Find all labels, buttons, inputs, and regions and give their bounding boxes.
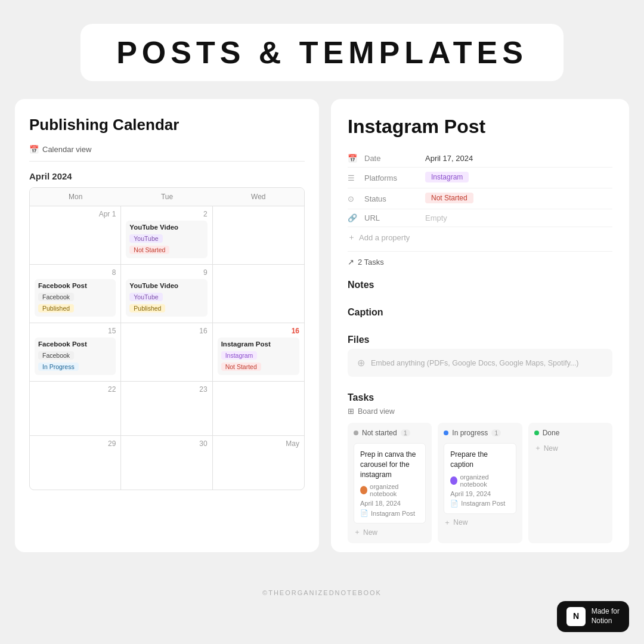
status-tag: Not Started [221, 363, 261, 371]
done-dot [534, 431, 539, 435]
day-tue: Tue [121, 188, 212, 206]
ig-post-title: Instagram Post [348, 116, 612, 138]
status-value: Not Started [425, 193, 473, 203]
card-title: Prepare the caption [450, 450, 509, 470]
list-item[interactable]: Instagram Post Instagram Not Started [218, 338, 299, 375]
files-heading: Files [348, 327, 612, 349]
cal-date: 22 [35, 385, 116, 394]
board-view-label: ⊞ Board view [348, 407, 612, 416]
calendar-week-3: 15 Facebook Post Facebook In Progress 16 [30, 323, 304, 382]
platforms-prop-icon: ☰ [348, 174, 357, 182]
plus-icon: ＋ [534, 443, 541, 453]
view-label: 📅 Calendar view [29, 145, 305, 162]
cal-cell-apr8[interactable]: 8 Facebook Post Facebook Published [30, 265, 121, 323]
embed-box[interactable]: ⊕ Embed anything (PDFs, Google Docs, Goo… [348, 349, 612, 377]
notion-text: Made for Notion [592, 607, 620, 626]
page-name: Instagram Post [461, 500, 505, 507]
calendar-title: Publishing Calendar [29, 116, 305, 134]
cal-cell-apr2[interactable]: 2 YouTube Video YouTube Not Started [121, 206, 212, 264]
cal-cell-apr16: 16 [121, 323, 212, 381]
list-item[interactable]: YouTube Video YouTube Not Started [126, 221, 207, 258]
cal-cell-empty [213, 206, 304, 264]
left-panel: Publishing Calendar 📅 Calendar view Apri… [15, 99, 319, 552]
col-header-in-progress: In progress 1 [444, 429, 516, 437]
tasks-link[interactable]: ↗ 2 Tasks [348, 251, 612, 273]
calendar-week-1: Apr 1 2 YouTube Video YouTube Not Starte… [30, 206, 304, 265]
property-status: ⊙ Status Not Started [348, 188, 612, 209]
calendar-week-2: 8 Facebook Post Facebook Published 9 You… [30, 265, 304, 323]
notion-icon: N [566, 607, 586, 626]
day-mon: Mon [30, 188, 121, 206]
right-panel: Instagram Post 📅 Date April 17, 2024 ☰ P… [331, 99, 629, 552]
cal-cell-may: May [213, 436, 304, 490]
board-card-caption[interactable]: Prepare the caption organized notebook A… [444, 443, 516, 514]
embed-icon: ⊕ [357, 357, 365, 369]
date-value: April 17, 2024 [425, 154, 473, 163]
add-new-not-started[interactable]: ＋ New [354, 527, 426, 537]
embed-placeholder: Embed anything (PDFs, Google Docs, Googl… [371, 359, 579, 367]
board-card-prep[interactable]: Prep in canva the carousel for the insta… [354, 443, 426, 524]
property-url: 🔗 URL Empty [348, 209, 612, 227]
in-progress-count: 1 [491, 429, 501, 436]
cal-cell-empty-2 [213, 265, 304, 323]
platform-tag: YouTube [129, 234, 162, 243]
add-property-button[interactable]: ＋ Add a property [348, 227, 612, 247]
new-label: New [544, 444, 558, 453]
status-tag: Not Started [129, 246, 169, 254]
board-col-in-progress: In progress 1 Prepare the caption organi… [438, 423, 522, 543]
list-item[interactable]: YouTube Video YouTube Published [126, 279, 207, 317]
calendar-grid: Mon Tue Wed Apr 1 2 YouTube Video YouTub… [29, 187, 305, 490]
event-title: Instagram Post [221, 340, 296, 348]
board-col-done: Done ＋ New [528, 423, 612, 543]
page-name: Instagram Post [371, 510, 415, 517]
cal-date: Apr 1 [35, 210, 116, 218]
cal-cell-apr15[interactable]: 15 Facebook Post Facebook In Progress [30, 323, 121, 381]
cal-date: May [218, 439, 299, 448]
in-progress-dot [444, 431, 448, 435]
panels: Publishing Calendar 📅 Calendar view Apri… [0, 99, 644, 552]
card-title: Prep in canva the carousel for the insta… [360, 450, 419, 479]
platforms-label: Platforms [364, 174, 418, 182]
svg-text:N: N [573, 611, 579, 621]
cal-date: 30 [126, 439, 207, 448]
not-started-dot [354, 431, 358, 435]
event-tags: Facebook In Progress [38, 349, 112, 372]
list-item[interactable]: Facebook Post Facebook Published [35, 279, 116, 317]
event-tags: Facebook Published [38, 291, 112, 314]
not-started-label: Not started [362, 429, 397, 437]
add-new-done[interactable]: ＋ New [534, 443, 606, 453]
header: POSTS & TEMPLATES [0, 0, 644, 99]
cal-cell-apr23: 23 [121, 382, 212, 435]
cal-cell-apr16-ig[interactable]: 16 Instagram Post Instagram Not Started [213, 323, 304, 381]
new-label: New [453, 518, 467, 527]
page-icon: 📄 [360, 509, 369, 517]
not-started-count: 1 [401, 429, 410, 436]
cal-cell-apr22: 22 [30, 382, 121, 435]
cal-date: 8 [35, 268, 116, 277]
new-label: New [363, 528, 377, 537]
tasks-heading: Tasks [348, 385, 612, 407]
event-title: Facebook Post [38, 340, 112, 348]
list-item[interactable]: Facebook Post Facebook In Progress [35, 338, 116, 375]
cal-cell-apr9[interactable]: 9 YouTube Video YouTube Published [121, 265, 212, 323]
add-new-in-progress[interactable]: ＋ New [444, 518, 516, 528]
status-tag: Published [38, 304, 74, 312]
status-tag: In Progress [38, 363, 79, 371]
card-page: 📄 Instagram Post [360, 509, 419, 517]
right-panel-inner: Instagram Post 📅 Date April 17, 2024 ☰ P… [348, 116, 612, 543]
arrow-icon: ↗ [348, 258, 354, 267]
calendar-week-5: 29 30 May [30, 436, 304, 490]
header-box: POSTS & TEMPLATES [80, 24, 564, 81]
cal-cell-apr29: 29 [30, 436, 121, 490]
event-title: Facebook Post [38, 282, 112, 289]
calendar-icon: 📅 [29, 145, 39, 154]
plus-icon: ＋ [354, 527, 361, 537]
url-prop-icon: 🔗 [348, 213, 357, 222]
platform-tag: Facebook [38, 351, 74, 360]
card-author: organized notebook [370, 483, 419, 497]
event-tags: YouTube Published [129, 291, 203, 314]
status-label: Status [364, 194, 418, 203]
platform-tag: Instagram [221, 351, 258, 360]
in-progress-label: In progress [452, 429, 488, 437]
card-page: 📄 Instagram Post [450, 500, 509, 507]
